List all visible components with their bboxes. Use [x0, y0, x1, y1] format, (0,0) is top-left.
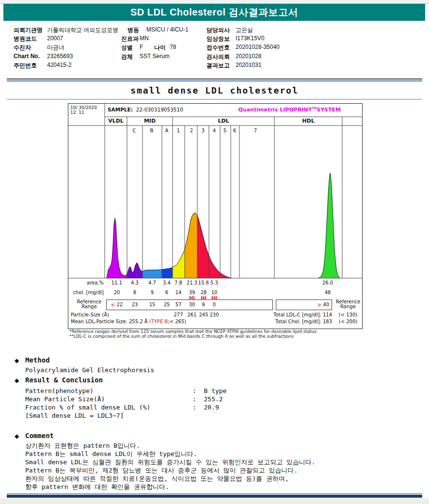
result-label: Fraction % of small dense LDL (%) — [25, 404, 192, 411]
row-label-refrange: Reference Range — [75, 299, 103, 309]
bottom-lightblue-line — [7, 493, 422, 494]
particle-size-LDL4: 230 — [204, 312, 225, 317]
patient-value: MSICU / 4ICU-1 — [146, 26, 189, 33]
method-heading: Method — [25, 356, 50, 364]
patient-value: SST Serum — [140, 53, 170, 60]
row-label-area: area.% — [87, 280, 104, 285]
result-colon: : — [192, 387, 204, 394]
comment-line: 상기환자 표현형은 pattern B입니다. — [25, 441, 413, 450]
patient-label: 결과보고 — [207, 62, 230, 70]
patient-value: 23265693 — [47, 53, 73, 60]
subband-label-A: A — [162, 128, 172, 133]
comment-diamond-icon: ◆ — [15, 433, 19, 440]
patient-value: I173K15V0 — [236, 35, 264, 42]
comment-line: 환자의 임상상태에 따른 적절한 치료(운동요법, 식이요법 또는 약물요법 등… — [25, 474, 413, 483]
sample-id: SAMPLE: 22-030319053510 — [108, 107, 183, 112]
ref-number: 40 — [323, 302, 329, 307]
comment-line: 향후 pattern 변화에 대한 확인을 권유합니다. — [25, 483, 413, 491]
hi-flag-LDL4: HI — [204, 296, 225, 301]
patient-value: 고은실 — [236, 26, 253, 34]
patient-label: 검사의뢰 — [207, 53, 230, 61]
patient-value: 마금녀 — [47, 44, 64, 52]
report-page: SD LDL Cholesterol 검사결과보고서 의뢰기관명가톨릭대학교 여… — [0, 0, 429, 504]
result-value: 255.2 — [204, 395, 222, 403]
result-value: 20.9 — [204, 404, 219, 411]
ref-symbol: ≥ — [318, 302, 323, 307]
patient-label: 임상정보 — [207, 35, 230, 43]
patient-label: 검체 — [121, 53, 133, 61]
footnote-1: *Reference ranges derived from 125 serum… — [69, 329, 317, 334]
area-value-HDL: 26.0 — [317, 280, 338, 285]
total-range-0: (< 130) — [334, 312, 362, 317]
curve-segment-MID-B — [143, 269, 162, 278]
total-row-0: Total LDL-C [mg/dl]: 114 — [273, 312, 332, 317]
footnote-2: **LDL-C is comprised of the sum of chole… — [69, 334, 294, 339]
curve-segment-LDL3-5 — [197, 215, 232, 278]
subband-label-7: 7 — [251, 128, 260, 133]
subband-label-B: B — [147, 128, 157, 133]
patient-value: MN — [140, 35, 149, 42]
band-label-LDL: LDL — [209, 118, 238, 124]
top-margin-strip — [0, 0, 429, 4]
result-label: Pattern(phenotype) — [25, 387, 192, 394]
band-label-VLDL: VLDL — [101, 118, 130, 124]
patient-value: F — [140, 44, 143, 50]
report-title: SD LDL Cholesterol 검사결과보고서 — [130, 7, 298, 17]
patient-value: 20201031 — [236, 62, 261, 68]
curve-segment-VLDL — [107, 218, 127, 278]
result-heading: Result & Conclusion — [25, 376, 103, 384]
patient-value: 20007 — [47, 35, 63, 42]
patient-label: 진료과 — [121, 35, 139, 43]
comment-line: Pattern B는 small dense LDL이 우세한 type입니다. — [25, 450, 413, 458]
row-label-particle: Particle-Size (Å) — [71, 312, 109, 317]
patient-value: 가톨릭대학교 여의도성모병 — [47, 26, 118, 34]
patient-label: 나이 — [154, 44, 166, 52]
result-value: B type — [204, 387, 226, 394]
subband-label-5: 5 — [220, 128, 230, 133]
report-title-banner: SD LDL Cholesterol 검사결과보고서 — [3, 4, 425, 21]
patient-label: 병원코드 — [14, 35, 37, 43]
chol-value-LDL4: 10 — [204, 290, 225, 295]
patient-value: 420415-2 — [47, 62, 72, 68]
total-range-1: (< 200) — [334, 319, 362, 324]
patient-label: 주민번호 — [14, 62, 37, 70]
divider-lightblue — [7, 99, 422, 100]
subband-label-4: 4 — [209, 128, 219, 133]
patient-value: 78 — [170, 44, 176, 50]
subband-label-1: 1 — [174, 128, 183, 133]
bottom-margin-strip — [0, 498, 429, 504]
result-label: [Small dense LDL = LDL3~7] — [25, 412, 192, 419]
ref-value-LDL4: 0 — [202, 302, 226, 307]
curve-segment-LDL2 — [185, 213, 197, 278]
band-label-MID: MID — [135, 118, 164, 124]
patient-label: 수진자 — [14, 44, 31, 52]
patient-value: 20201028-35040 — [236, 44, 280, 50]
result-row: [Small dense LDL = LDL3~7] — [25, 412, 365, 419]
result-diamond-icon: ◆ — [15, 377, 19, 384]
result-row: Fraction % of small dense LDL (%): 20.9 — [25, 404, 365, 411]
subband-label-3: 3 — [198, 128, 208, 133]
patient-value: 20201028 — [236, 53, 261, 60]
result-colon: : — [192, 395, 204, 403]
patient-label: 담당의사 — [207, 26, 230, 34]
comment-line: Pattern B는 복부비만, 제2형 당뇨병 또는 대사 증후군 등에서 많… — [25, 466, 413, 475]
patient-label: 병동 — [127, 26, 139, 34]
section-title: small dense LDL cholesterol — [0, 85, 429, 95]
subband-label-C: C — [129, 128, 139, 133]
chol-value-HDL: 48 — [317, 290, 338, 295]
instrument-brand: Quantimetrix LIPOPRINTTMSYSTEM — [238, 106, 341, 113]
result-colon: : — [192, 404, 204, 411]
patient-label: 접수번호 — [207, 44, 230, 52]
area-value-LDL4: 5.3 — [204, 280, 225, 285]
subband-label-2: 2 — [187, 128, 196, 133]
reference-range-right-label: Reference Range — [334, 299, 362, 309]
total-row-1: Total Chol. [mg/dl]: 183 — [275, 319, 332, 324]
divider-blue — [7, 80, 422, 81]
curve-segment-MID-C — [127, 263, 143, 278]
patient-label: 의뢰기관명 — [14, 26, 43, 34]
bottom-navy-bar — [7, 495, 422, 498]
patient-label: Chart No. — [14, 53, 40, 60]
result-row: Mean Particle Size(Å): 255.2 — [25, 395, 365, 403]
divider-dark — [7, 79, 422, 79]
result-label: Mean Particle Size(Å) — [25, 395, 192, 403]
